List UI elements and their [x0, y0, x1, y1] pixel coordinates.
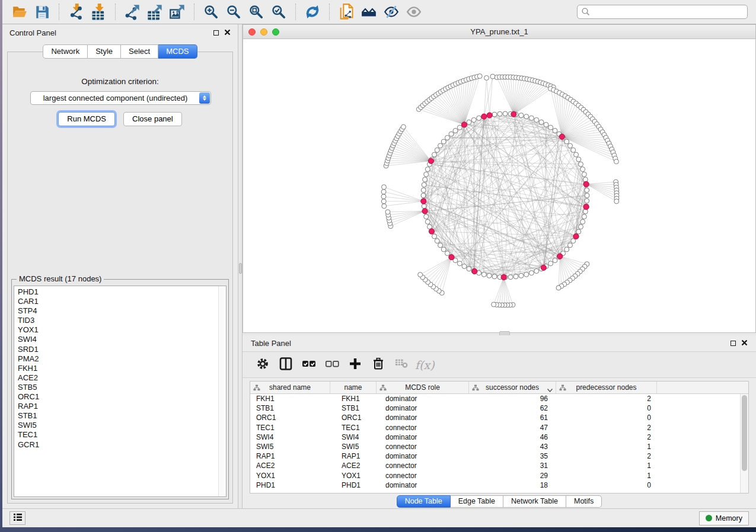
network-node[interactable] [539, 120, 544, 124]
network-node[interactable] [381, 194, 386, 199]
network-node[interactable] [529, 116, 534, 120]
mcds-node[interactable] [559, 134, 564, 139]
network-node[interactable] [438, 243, 443, 248]
network-node[interactable] [422, 182, 426, 187]
table-row[interactable]: RAP1RAP1dominator352 [250, 451, 748, 461]
mcds-node[interactable] [557, 254, 563, 259]
mcds-node[interactable] [422, 209, 428, 214]
network-node[interactable] [567, 143, 572, 148]
result-node-item[interactable]: SWI5 [18, 421, 226, 430]
network-node[interactable] [445, 135, 449, 140]
network-node[interactable] [492, 112, 497, 117]
mcds-node[interactable] [449, 255, 454, 260]
duplicate-network-button[interactable] [335, 2, 358, 22]
network-node[interactable] [424, 214, 429, 219]
network-node[interactable] [580, 219, 585, 224]
network-node[interactable] [401, 124, 406, 129]
tab-style[interactable]: Style [88, 44, 121, 59]
table-row[interactable]: FKH1FKH1dominator962 [250, 394, 748, 403]
mcds-node[interactable] [428, 158, 433, 164]
table-row[interactable]: YOX1YOX1connector291 [250, 471, 748, 480]
scrollbar-thumb[interactable] [742, 395, 747, 471]
network-node[interactable] [564, 139, 569, 144]
network-node[interactable] [567, 243, 572, 248]
network-node[interactable] [421, 193, 426, 198]
network-graph[interactable] [243, 39, 755, 332]
refresh-layout-button[interactable] [301, 2, 324, 22]
network-node[interactable] [553, 258, 557, 262]
result-list-scrollbar[interactable] [218, 286, 226, 496]
tab-motifs[interactable]: Motifs [566, 495, 602, 508]
network-node[interactable] [580, 167, 585, 172]
network-node[interactable] [582, 172, 586, 177]
network-node[interactable] [544, 122, 548, 127]
network-node[interactable] [381, 199, 386, 204]
network-node[interactable] [477, 116, 481, 120]
network-node[interactable] [438, 143, 443, 148]
mcds-node[interactable] [511, 111, 516, 117]
table-row[interactable]: SWI4SWI4dominator462 [250, 432, 748, 442]
network-node[interactable] [524, 272, 529, 277]
search-input[interactable] [577, 5, 748, 19]
network-node[interactable] [462, 264, 467, 269]
network-node[interactable] [578, 162, 583, 166]
network-node[interactable] [435, 239, 439, 243]
table-row[interactable]: TEC1TEC1connector472 [250, 423, 748, 432]
result-node-item[interactable]: STP4 [18, 306, 226, 316]
result-node-item[interactable]: ORC1 [18, 392, 226, 402]
network-node[interactable] [453, 129, 458, 133]
network-node[interactable] [548, 261, 553, 266]
network-node[interactable] [424, 172, 429, 177]
tab-edge-table[interactable]: Edge Table [451, 495, 503, 508]
mcds-node[interactable] [501, 274, 506, 280]
network-node[interactable] [571, 148, 576, 152]
network-node[interactable] [484, 75, 489, 80]
memory-button[interactable]: Memory [699, 511, 749, 525]
network-node[interactable] [425, 219, 430, 224]
column-header-successor-nodes[interactable]: successor nodes [469, 382, 556, 393]
delete-column-button[interactable] [369, 355, 388, 375]
result-node-item[interactable]: TID3 [18, 316, 226, 325]
result-node-item[interactable]: YOX1 [18, 325, 226, 335]
mcds-node[interactable] [429, 229, 434, 234]
result-node-item[interactable]: SRD1 [18, 345, 226, 354]
task-history-button[interactable] [9, 511, 25, 525]
column-header-name[interactable]: name [330, 382, 377, 393]
network-node[interactable] [422, 204, 426, 209]
network-node[interactable] [492, 302, 496, 307]
table-row[interactable]: ACE2ACE2connector311 [250, 461, 748, 470]
network-node[interactable] [445, 251, 449, 256]
network-node[interactable] [381, 185, 386, 190]
zoom-in-button[interactable] [200, 2, 222, 22]
tab-node-table[interactable]: Node Table [397, 495, 451, 508]
column-header-predecessor-nodes[interactable]: predecessor nodes [556, 382, 657, 393]
network-node[interactable] [614, 159, 618, 164]
network-node[interactable] [585, 188, 589, 193]
network-node[interactable] [423, 177, 428, 182]
result-node-item[interactable]: ACE2 [18, 373, 226, 383]
network-node[interactable] [467, 267, 471, 271]
result-node-item[interactable]: PMA2 [18, 354, 226, 364]
mcds-node[interactable] [472, 268, 477, 274]
zoom-selected-button[interactable] [267, 2, 290, 22]
network-node[interactable] [576, 229, 581, 234]
network-node[interactable] [425, 167, 430, 172]
network-node[interactable] [503, 111, 508, 116]
mcds-node[interactable] [481, 114, 487, 119]
network-node[interactable] [467, 120, 471, 124]
network-node[interactable] [508, 275, 513, 280]
network-node[interactable] [519, 273, 524, 278]
network-node[interactable] [418, 273, 423, 277]
export-network-button[interactable] [121, 2, 143, 22]
result-node-item[interactable]: TEC1 [18, 430, 226, 440]
network-node[interactable] [564, 247, 569, 252]
network-node[interactable] [529, 271, 534, 275]
network-node[interactable] [441, 139, 446, 144]
tab-network[interactable]: Network [43, 44, 88, 59]
zoom-fit-button[interactable] [245, 2, 267, 22]
network-node[interactable] [421, 188, 426, 193]
network-node[interactable] [385, 210, 390, 214]
close-panel-icon[interactable] [741, 339, 748, 348]
delete-table-button[interactable] [392, 355, 411, 375]
tab-network-table[interactable]: Network Table [503, 495, 566, 508]
